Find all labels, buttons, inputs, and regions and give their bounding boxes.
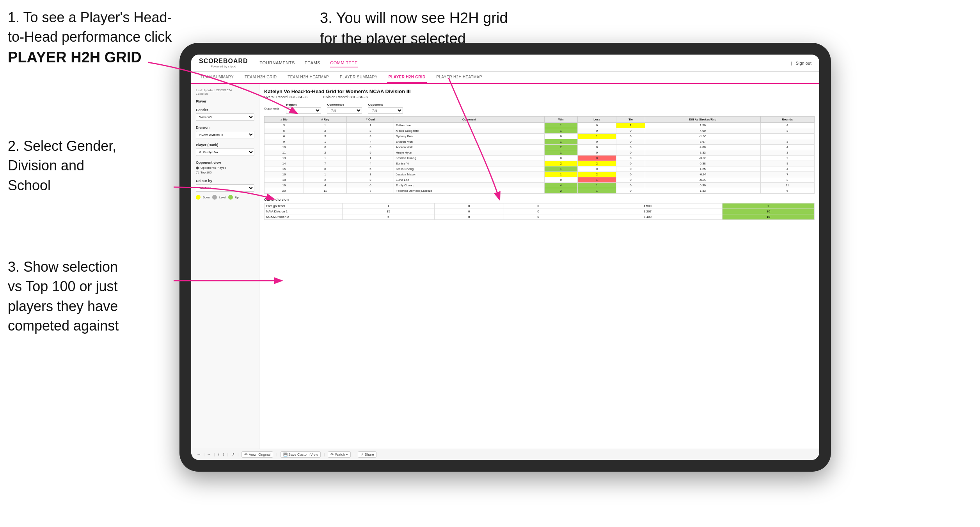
down-label: Down (203, 196, 210, 199)
td-win: 1 (544, 128, 577, 134)
td-conf: 3 (347, 172, 394, 177)
td-div: 16 (265, 172, 304, 177)
subnav-player-summary[interactable]: PLAYER SUMMARY (338, 72, 379, 83)
step1-line2: to-Head performance click (8, 29, 172, 45)
overall-record-label: Overall Record: (264, 95, 289, 99)
out-td-loss: 0 (435, 214, 504, 220)
share-icon: ↗ (360, 453, 364, 456)
opp-filter-label: Opponent (368, 103, 403, 106)
td-tie: 0 (616, 139, 645, 145)
td-div: 15 (265, 166, 304, 172)
view-original-btn[interactable]: 👁 View: Original (241, 451, 273, 458)
colour-by-section: Colour by Win/loss Down Level Up (196, 179, 254, 200)
undo-icon[interactable]: ↩ (197, 453, 201, 456)
player-rank-select[interactable]: 8. Katelyn Vo (196, 149, 254, 156)
table-row: 20 11 7 Federica Domecq Lacroze 2 1 0 1.… (265, 188, 815, 194)
out-td-rounds: 10 (722, 214, 814, 220)
subnav-team-h2h-grid[interactable]: TEAM H2H GRID (243, 72, 278, 83)
td-reg: 11 (304, 188, 346, 194)
out-of-division-table: Foreign Team 1 0 0 4.500 2 NAIA Division… (264, 203, 815, 220)
forward-icon[interactable]: ⟩ (223, 453, 224, 456)
td-win: 2 (544, 161, 577, 166)
subnav-player-h2h-heatmap[interactable]: PLAYER H2H HEATMAP (435, 72, 483, 83)
division-record-value: 331 - 34 - 6 (350, 95, 368, 99)
out-td-rounds: 30 (722, 209, 814, 214)
td-win: 1 (544, 172, 577, 177)
up-colour-dot (228, 195, 233, 200)
subnav-player-h2h-grid[interactable]: PLAYER H2H GRID (387, 72, 427, 83)
colour-by-select[interactable]: Win/loss (196, 184, 254, 192)
division-select[interactable]: NCAA Division III (196, 131, 254, 138)
overall-record: Overall Record: 353 - 34 - 6 (264, 95, 307, 99)
watch-btn[interactable]: 👁 Watch ▾ (328, 451, 350, 458)
table-row: 9 1 4 Sharon Mun 1 0 0 3.67 3 (265, 139, 815, 145)
td-div: 5 (265, 128, 304, 134)
sep5: | (276, 453, 277, 456)
step1-line1: 1. To see a Player's Head- (8, 9, 172, 25)
gender-select[interactable]: Women's (196, 113, 254, 121)
region-filter-select[interactable]: (All) (286, 107, 321, 114)
td-opponent: Eunice Yi (394, 161, 544, 166)
td-loss: 1 (577, 177, 616, 183)
td-diff: 0.38 (645, 161, 761, 166)
step3-bottom-line4: competed against (8, 318, 119, 334)
opp-filter-group: Opponent (All) (368, 103, 403, 114)
back-icon[interactable]: ⟨ (218, 453, 220, 456)
player-rank-section: Player (Rank) 8. Katelyn Vo (196, 143, 254, 156)
td-win: 2 (544, 145, 577, 150)
redo-icon[interactable]: ↪ (208, 453, 211, 456)
td-rounds: 3 (760, 128, 814, 134)
main-data-table: # Div # Reg # Conf Opponent Win Loss Tie… (264, 116, 815, 194)
th-conf: # Conf (347, 117, 394, 123)
td-conf: 1 (347, 156, 394, 161)
refresh-icon[interactable]: ↺ (231, 453, 234, 456)
step3-bottom-line3: players they have (8, 298, 118, 314)
nav-tournaments[interactable]: TOURNAMENTS (260, 59, 295, 67)
td-reg: 2 (304, 128, 346, 134)
division-record-label: Division Record: (323, 95, 349, 99)
td-rounds: 6 (760, 188, 814, 194)
td-conf: 2 (347, 177, 394, 183)
toolbar: ↩ | ↪ | ⟨ ⟩ | ↺ | 👁 View: Original | 💾 S… (191, 449, 819, 460)
conf-filter-select[interactable]: (All) (327, 107, 362, 114)
td-reg: 3 (304, 134, 346, 139)
td-conf: 4 (347, 139, 394, 145)
last-updated-time: 16:55:38 (196, 92, 254, 95)
td-win: 4 (544, 183, 577, 188)
save-custom-view-btn[interactable]: 💾 Save Custom View (281, 451, 321, 458)
nav-committee[interactable]: COMMITTEE (330, 59, 358, 67)
sidebar-updated: Last Updated: 27/03/2024 16:55:38 (196, 88, 254, 95)
grid-content: Katelyn Vo Head-to-Head Grid for Women's… (259, 84, 819, 449)
radio-top100[interactable]: Top 100 (196, 171, 254, 174)
sep1: | (204, 453, 204, 456)
opponent-view-section: Opponent view Opponents Played Top 100 (196, 161, 254, 174)
app-header: SCOREBOARD Powered by clippd TOURNAMENTS… (191, 55, 819, 72)
td-loss: 0 (577, 156, 616, 161)
td-opponent: Federica Domecq Lacroze (394, 188, 544, 194)
sign-out-link[interactable]: Sign out (796, 61, 811, 65)
nav-teams[interactable]: TEAMS (305, 59, 320, 67)
td-opponent: Heejo Hyun (394, 150, 544, 156)
step1-bold: PLAYER H2H GRID (8, 49, 142, 65)
up-label: Up (235, 196, 239, 199)
td-diff: -0.94 (645, 172, 761, 177)
td-div: 6 (265, 134, 304, 139)
td-rounds: 2 (760, 156, 814, 161)
td-opponent: Jessica Mason (394, 172, 544, 177)
subnav-team-h2h-heatmap[interactable]: TEAM H2H HEATMAP (286, 72, 330, 83)
td-reg: 1 (304, 123, 346, 128)
out-td-name: NCAA Division 2 (265, 214, 343, 220)
division-section: Division NCAA Division III (196, 126, 254, 138)
out-td-diff: 4.500 (573, 203, 722, 209)
td-win: 1 (544, 150, 577, 156)
step2-line1: 2. Select Gender, (8, 138, 116, 154)
table-row: 6 3 3 Sydney Kuo 0 1 0 -1.00 (265, 134, 815, 139)
td-diff: 3.67 (645, 139, 761, 145)
radio-opponents-played[interactable]: Opponents Played (196, 166, 254, 170)
opp-filter-select[interactable]: (All) (368, 107, 403, 114)
share-btn[interactable]: ↗ Share (358, 451, 377, 458)
td-reg: 2 (304, 150, 346, 156)
td-div: 20 (265, 188, 304, 194)
subnav-team-summary[interactable]: TEAM SUMMARY (199, 72, 235, 83)
td-loss: 0 (577, 166, 616, 172)
